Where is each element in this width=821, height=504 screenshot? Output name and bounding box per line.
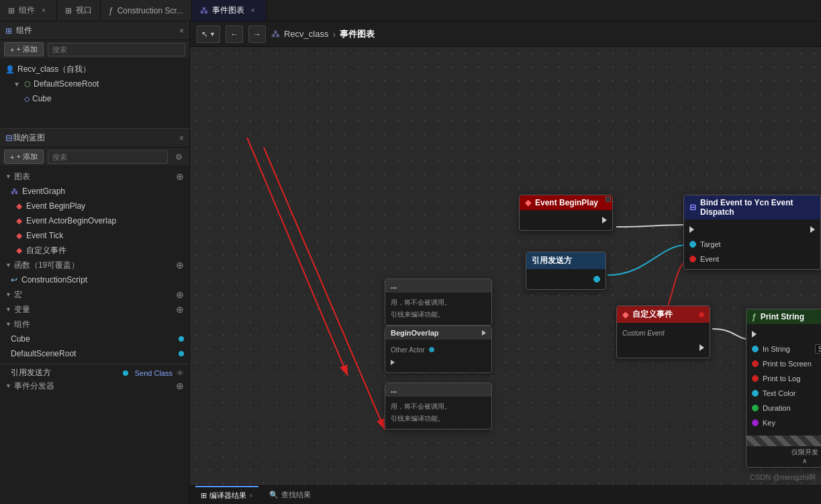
cube-icon: ◇: [24, 95, 30, 103]
exec-out-pin: [810, 226, 815, 233]
tree-item-recv[interactable]: 👤 Recv_class（自我）: [0, 62, 189, 77]
printlog-pin: [752, 375, 759, 382]
add-macro-button[interactable]: ⊕: [176, 289, 184, 300]
add-variable-button[interactable]: ⊕: [176, 304, 184, 315]
compiler-icon: ⊞: [201, 491, 207, 500]
add-blueprint-button[interactable]: + + 添加: [4, 150, 44, 164]
dev-only-stripe: [746, 436, 821, 446]
cursor-dropdown[interactable]: ↖ ▼: [197, 26, 220, 43]
bp-item-tick[interactable]: ◆ Event Tick: [0, 228, 189, 243]
chevron-icon: ▼: [5, 291, 11, 298]
chevron-icon: ▼: [5, 262, 11, 268]
node-body: Target Event: [684, 219, 820, 269]
visibility-button[interactable]: 👁: [177, 369, 184, 377]
user-icon: 👤: [5, 65, 15, 74]
exec-row: [746, 327, 821, 342]
section-graphs[interactable]: ▼ 图表 ⊕: [0, 169, 189, 184]
compiler-close[interactable]: ×: [249, 492, 253, 499]
top-tab-bar: ⊞ 组件 × ⊞ 视口 ƒ Construction Scr... ⁂ 事件图表…: [0, 0, 821, 21]
bp-item-customevent[interactable]: ◆ 自定义事件: [0, 243, 189, 258]
event-pin: [689, 256, 696, 262]
tab-icon: ⊞: [65, 6, 72, 15]
svg-line-1: [247, 138, 348, 376]
tree-item-cube[interactable]: ◇ Cube: [0, 91, 189, 106]
component-search-input[interactable]: [48, 43, 185, 56]
section-components[interactable]: ▼ 组件: [0, 317, 189, 332]
status-bar: ⊞ 编译器结果 × 🔍 查找结果: [190, 485, 821, 504]
cube-label: Cube: [32, 94, 52, 103]
node-partial-2[interactable]: BeginOverlap Other Actor: [385, 325, 492, 373]
partial-header-1: ...: [385, 279, 491, 293]
component-icon: ⊞: [5, 26, 12, 36]
printscreen-row: Print to Screen ✓: [746, 356, 821, 371]
search-icon: 🔍: [269, 491, 279, 499]
tab-close[interactable]: ×: [39, 6, 48, 15]
node-partial-3[interactable]: ... 用，将不会被调用。 引线来编译功能。: [385, 383, 492, 430]
key-pin: [752, 419, 759, 426]
tree-item-defaultsceneroot[interactable]: ▼ ⬡ DefaultSceneRoot: [0, 77, 189, 91]
add-function-button[interactable]: ⊕: [176, 260, 184, 270]
node-body: In String SUCCESS Print to Screen ✓ Prin…: [746, 324, 821, 433]
chevron-icon: ▼: [5, 173, 11, 180]
blueprint-toolbar: + + 添加 ⚙: [0, 148, 189, 166]
event-icon: ◆: [16, 246, 22, 255]
var-item-cube[interactable]: Cube: [0, 332, 189, 346]
forward-button[interactable]: →: [248, 26, 266, 43]
event-icon: ◆: [16, 201, 22, 211]
sender-dot: [123, 370, 128, 376]
tab-event-graph[interactable]: ⁂ 事件图表 ×: [192, 0, 267, 21]
blueprint-panel-title: 我的蓝图: [13, 132, 179, 144]
blueprint-search-input[interactable]: [48, 150, 168, 164]
blueprint-canvas[interactable]: ◆ Event BeginPlay ⊟ Bind Event to Ycn Ev…: [190, 47, 821, 485]
partial-body-1: 用，将不会被调用。 引线来编译功能。: [385, 293, 491, 325]
subtitle-row: Custom Event: [617, 325, 710, 340]
bp-item-eventgraph[interactable]: ⁂ EventGraph: [0, 184, 189, 199]
bp-item-construction[interactable]: ↩ ConstructionScript: [0, 272, 189, 287]
plus-icon: +: [10, 153, 14, 161]
back-button[interactable]: ←: [226, 26, 243, 43]
node-custom-event[interactable]: ◆ 自定义事件 Custom Event: [616, 305, 710, 358]
section-dispatchers[interactable]: ▼ 事件分发器 ⊕: [0, 379, 189, 393]
dropdown-arrow: ▼: [209, 31, 215, 38]
chevron-icon: ∧: [746, 457, 821, 464]
tab-label: 组件: [19, 5, 35, 16]
section-variables[interactable]: ▼ 变量 ⊕: [0, 302, 189, 317]
exec-in-pin: [752, 331, 757, 338]
section-macros[interactable]: ▼ 宏 ⊕: [0, 287, 189, 302]
compiler-results-tab[interactable]: ⊞ 编译器结果 ×: [195, 486, 258, 505]
target-pin: [689, 241, 696, 248]
node-event-beginplay[interactable]: ◆ Event BeginPlay: [519, 195, 613, 231]
close-icon[interactable]: ×: [179, 26, 184, 36]
custom-event-title: 自定义事件: [632, 309, 673, 320]
tab-components[interactable]: ⊞ 组件 ×: [0, 0, 57, 21]
bind-icon: ⊟: [689, 203, 696, 212]
node-print-string[interactable]: ƒ Print String In String SUCCESS: [746, 309, 821, 468]
find-results-tab[interactable]: 🔍 查找结果: [264, 486, 316, 505]
add-dispatcher-button[interactable]: ⊕: [176, 381, 184, 391]
add-component-button[interactable]: + + 添加: [4, 42, 44, 56]
event-icon: ◆: [622, 310, 628, 319]
event-icon: ◆: [16, 216, 22, 225]
chevron-icon: ▼: [5, 321, 11, 327]
tab-viewport[interactable]: ⊞ 视口: [57, 0, 101, 21]
dev-only-label: 仅限开发 ∧: [746, 446, 821, 467]
tab-construction[interactable]: ƒ Construction Scr...: [101, 0, 192, 21]
ref-sender-item[interactable]: 引用发送方 Send Class 👁: [0, 364, 189, 379]
tab-close[interactable]: ×: [248, 6, 258, 15]
add-graph-button[interactable]: ⊕: [176, 171, 184, 182]
tab-icon: ƒ: [109, 6, 113, 15]
key-row: Key None: [746, 415, 821, 430]
node-bind-event[interactable]: ⊟ Bind Event to Ycn Event Dispatch Targe…: [683, 195, 821, 270]
printscreen-pin: [752, 360, 759, 367]
bp-item-actoroverlap[interactable]: ◆ Event ActorBeginOverlap: [0, 213, 189, 228]
blueprint-panel: ⊟ 我的蓝图 × + + 添加 ⚙ ▼ 图表 ⊕: [0, 129, 189, 504]
settings-button[interactable]: ⚙: [172, 150, 185, 164]
bp-close-icon[interactable]: ×: [179, 134, 184, 143]
breadcrumb: ⁂ Recv_class › 事件图表: [271, 28, 375, 40]
section-functions[interactable]: ▼ 函数（19可覆盖） ⊕: [0, 258, 189, 272]
textcolor-row: Text Color: [746, 386, 821, 401]
node-partial-1[interactable]: ... 用，将不会被调用。 引线来编译功能。: [385, 279, 492, 325]
var-item-defaultsceneroot[interactable]: DefaultSceneRoot: [0, 346, 189, 361]
bp-item-beginplay[interactable]: ◆ Event BeginPlay: [0, 199, 189, 213]
node-ref-sender[interactable]: 引用发送方: [526, 252, 606, 290]
